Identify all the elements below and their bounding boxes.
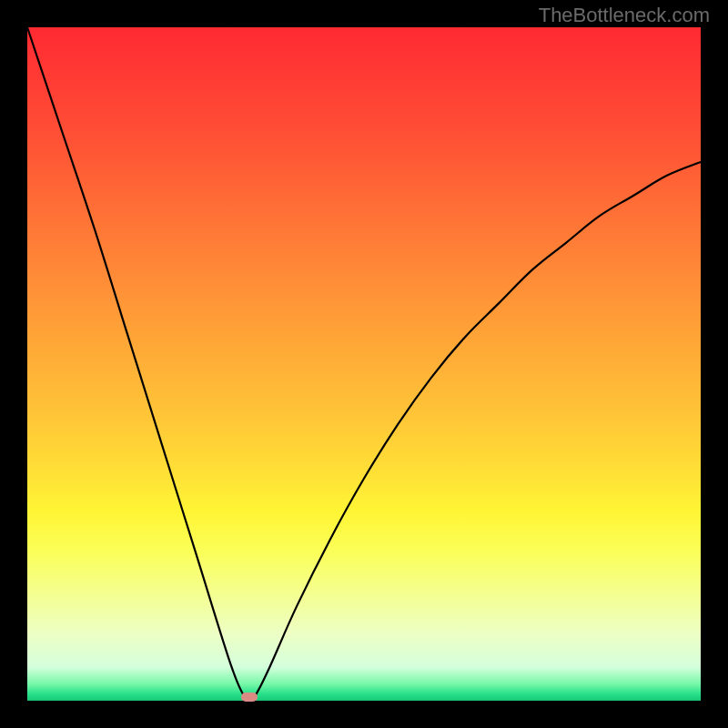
minimum-marker — [241, 693, 258, 702]
chart-plot-area — [27, 27, 701, 701]
watermark: TheBottleneck.com — [539, 4, 710, 27]
bottleneck-curve — [27, 27, 701, 701]
